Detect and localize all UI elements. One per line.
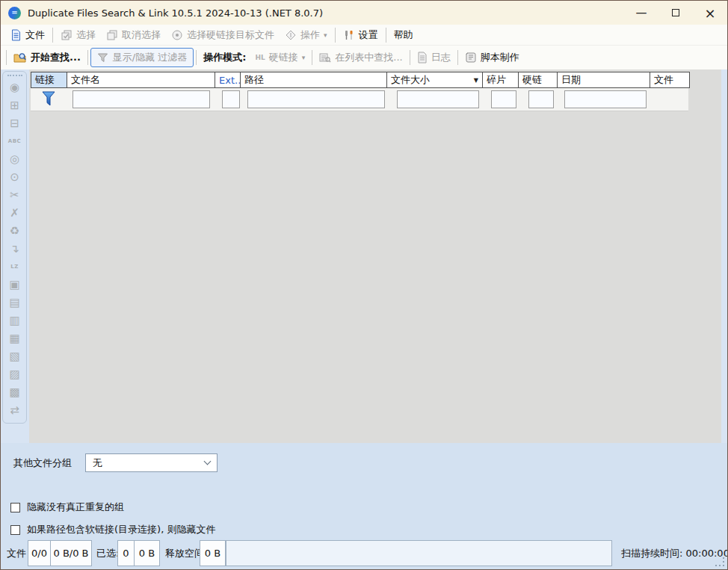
column-header-date[interactable]: 日期: [558, 72, 650, 87]
film-strip-icon-6[interactable]: ▩: [3, 383, 26, 401]
film-strip-icon-2[interactable]: ▥: [3, 312, 26, 329]
menu-help[interactable]: 帮助: [389, 26, 419, 44]
filter-filename-input[interactable]: [73, 90, 210, 108]
column-header-hardlinks[interactable]: 硬链: [519, 72, 558, 87]
hardlink-hl-icon: HL: [256, 55, 265, 61]
separator: [196, 50, 197, 65]
menu-select-hardlink-targets[interactable]: 选择硬链接目标文件: [166, 26, 280, 44]
start-search-button[interactable]: 开始查找...: [9, 49, 85, 66]
checkbox-hide-softlink-files[interactable]: [10, 525, 20, 535]
selected-size-box: 0 B: [134, 540, 160, 566]
eye-preview-icon[interactable]: ◉: [3, 78, 26, 96]
log-document-icon: [417, 52, 428, 63]
rename-abc-icon[interactable]: ABC: [3, 132, 26, 150]
chevron-down-icon: [204, 458, 212, 465]
funnel-gray-icon: [97, 52, 108, 63]
unlink-cut-icon[interactable]: ✂: [3, 186, 26, 204]
find-in-list-label: 在列表中查找...: [335, 51, 402, 64]
column-label: 文件: [654, 73, 673, 87]
column-label: 碎片: [487, 73, 506, 87]
link-pair-icon[interactable]: ◎: [3, 150, 26, 168]
scripting-label: 脚本制作: [481, 51, 519, 64]
drag-grip[interactable]: [7, 75, 22, 76]
column-label: 硬链: [522, 73, 542, 87]
option-hide-non-duplicate-groups: 隐藏没有真正重复的组: [10, 501, 124, 514]
app-icon: =: [8, 7, 21, 19]
filter-path-input[interactable]: [247, 90, 385, 108]
move-to-folder-icon[interactable]: ↴: [3, 240, 26, 258]
folder-search-icon: [13, 52, 27, 63]
grid-header-row: 链接 文件名 Ext... 路径 文件大小 ▼ 碎片 硬链 日期 文件: [31, 72, 690, 88]
option-label: 如果路径包含软链接(目录连接), 则隐藏文件: [27, 523, 215, 536]
menu-select-hardlink-targets-label: 选择硬链接目标文件: [187, 28, 274, 42]
column-label: Ext...: [219, 75, 241, 86]
hardlink-target-icon: [171, 29, 183, 41]
column-header-file[interactable]: 文件: [650, 72, 689, 87]
filter-fragments-input[interactable]: [491, 90, 516, 108]
close-button[interactable]: ×: [693, 1, 727, 25]
filter-hardlinks-input[interactable]: [528, 90, 554, 108]
replace-swap-icon[interactable]: ⇄: [3, 401, 26, 419]
maximize-button[interactable]: [658, 1, 693, 25]
add-files-icon[interactable]: ⊞: [3, 96, 26, 114]
remove-files-icon[interactable]: ⊟: [3, 114, 26, 132]
find-in-list-button[interactable]: 在列表中查找...: [315, 49, 407, 66]
menu-settings[interactable]: 设置: [338, 26, 383, 44]
menu-actions[interactable]: 操作 ▾: [280, 26, 333, 44]
column-header-link[interactable]: 链接: [31, 72, 67, 87]
left-toolbar: ◉ ⊞ ⊟ ABC ◎ ⊙ ✂ ✗ ♻ ↴ LZ ▣ ▤ ▥ ▦ ▧ ▨ ▩ ⇄: [1, 69, 29, 443]
menu-file-label: 文件: [25, 28, 45, 42]
script-scroll-icon: [465, 52, 477, 63]
filter-extension-input[interactable]: [222, 90, 240, 108]
close-icon: ×: [704, 5, 715, 21]
separator: [386, 28, 386, 43]
files-label: 文件: [7, 540, 26, 566]
filter-funnel-icon: [41, 90, 56, 108]
column-header-fragments[interactable]: 碎片: [483, 72, 519, 87]
minimize-button[interactable]: —: [624, 1, 658, 25]
mode-hardlink-button[interactable]: HL 硬链接 ▾: [251, 49, 310, 66]
filter-filesize-input[interactable]: [397, 90, 479, 108]
files-size-box: 0 B/0 B: [50, 540, 92, 566]
scan-duration-text: 扫描持续时间: 00:00:00: [621, 540, 728, 566]
scripting-button[interactable]: 脚本制作: [460, 49, 524, 66]
separator: [457, 50, 458, 65]
lz-compress-icon[interactable]: LZ: [3, 258, 26, 276]
film-strip-icon-3[interactable]: ▦: [3, 329, 26, 347]
progress-box: [226, 540, 612, 566]
free-space-box: 0 B: [200, 540, 226, 566]
link-pair-dotted-icon[interactable]: ⊙: [3, 168, 26, 186]
film-strip-icon-5[interactable]: ▨: [3, 365, 26, 383]
separator: [52, 28, 53, 43]
grouping-select[interactable]: 无: [85, 453, 218, 472]
checkbox-hide-non-duplicate-groups[interactable]: [10, 503, 20, 512]
copy-list-icon[interactable]: ▣: [3, 276, 26, 294]
column-header-extension[interactable]: Ext...: [215, 72, 241, 87]
filter-date-input[interactable]: [564, 90, 647, 108]
grouping-label: 其他文件分组: [13, 456, 72, 470]
log-button[interactable]: 日志: [413, 49, 455, 66]
menu-file[interactable]: 文件: [5, 26, 50, 44]
recycle-bin-icon[interactable]: ♻: [3, 222, 26, 240]
column-label: 链接: [35, 73, 55, 87]
menu-deselect[interactable]: 取消选择: [101, 26, 166, 44]
option-hide-softlink-files: 如果路径包含软链接(目录连接), 则隐藏文件: [10, 523, 215, 536]
delete-icon[interactable]: ✗: [3, 204, 26, 222]
column-header-path[interactable]: 路径: [241, 72, 387, 87]
operation-mode-label: 操作模式:: [199, 49, 250, 66]
film-strip-icon-1[interactable]: ▤: [3, 294, 26, 312]
separator: [335, 28, 336, 43]
menu-actions-label: 操作: [300, 28, 320, 42]
settings-tools-icon: [343, 29, 355, 41]
column-header-filename[interactable]: 文件名: [67, 72, 215, 87]
grouping-selected-value: 无: [93, 456, 102, 470]
column-header-filesize[interactable]: 文件大小 ▼: [387, 72, 483, 87]
toggle-filter-button[interactable]: 显示/隐藏 过滤器: [90, 48, 194, 67]
film-strip-icon-4[interactable]: ▧: [3, 347, 26, 365]
log-label: 日志: [431, 51, 451, 64]
menu-select[interactable]: 选择: [55, 26, 101, 44]
separator: [312, 50, 312, 65]
app-window: = Duplicate Files Search & Link 10.5.1 2…: [0, 0, 728, 570]
title-bar: = Duplicate Files Search & Link 10.5.1 2…: [1, 1, 727, 25]
results-grid: 链接 文件名 Ext... 路径 文件大小 ▼ 碎片 硬链 日期 文件: [29, 69, 721, 443]
